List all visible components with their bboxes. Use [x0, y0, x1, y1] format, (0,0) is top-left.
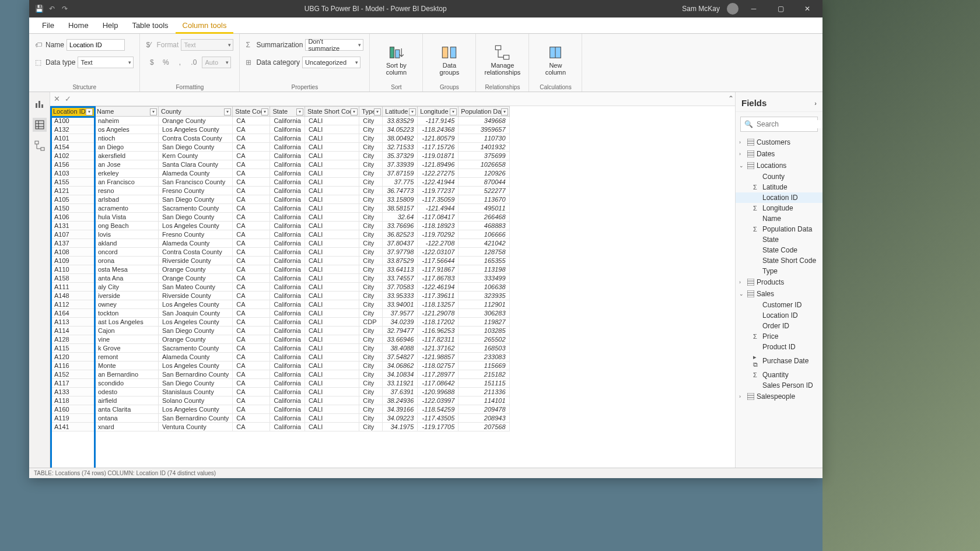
commit-formula-icon[interactable]: ✓: [65, 94, 71, 103]
table-cell[interactable]: 38.58157: [383, 204, 418, 213]
model-view-icon[interactable]: [33, 139, 47, 153]
table-row[interactable]: A158anta AnaOrange CountyCACaliforniaCAL…: [51, 274, 510, 283]
table-cell[interactable]: CALI: [304, 195, 359, 204]
table-cell[interactable]: San Diego County: [159, 327, 233, 335]
table-cell[interactable]: 3959657: [459, 125, 509, 134]
table-cell[interactable]: CALI: [304, 370, 359, 379]
column-header[interactable]: County▾: [159, 107, 233, 117]
table-cell[interactable]: 265502: [459, 335, 509, 344]
table-cell[interactable]: -117.08642: [418, 379, 459, 388]
table-cell[interactable]: Alameda County: [159, 353, 233, 362]
table-cell[interactable]: Sacramento County: [159, 344, 233, 353]
table-cell[interactable]: -118.13257: [418, 300, 459, 309]
table-cell[interactable]: 233083: [459, 353, 509, 362]
table-cell[interactable]: 106638: [459, 283, 509, 292]
table-cell[interactable]: Monte: [94, 362, 159, 370]
table-cell[interactable]: 103285: [459, 327, 509, 335]
table-cell[interactable]: California: [270, 160, 304, 169]
table-cell[interactable]: anta Ana: [94, 274, 159, 283]
table-cell[interactable]: 33.94001: [383, 300, 418, 309]
table-cell[interactable]: CA: [233, 274, 270, 283]
table-cell[interactable]: City: [359, 414, 383, 423]
table-cell[interactable]: City: [359, 283, 383, 292]
table-cell[interactable]: 495011: [459, 204, 509, 213]
table-cell[interactable]: -121.98857: [418, 353, 459, 362]
table-cell[interactable]: Contra Costa County: [159, 248, 233, 257]
table-cell[interactable]: 128758: [459, 248, 509, 257]
table-cell[interactable]: akland: [94, 239, 159, 248]
table-cell[interactable]: CA: [233, 414, 270, 423]
table-cell[interactable]: A148: [51, 292, 94, 300]
table-cell[interactable]: -118.24368: [418, 125, 459, 134]
table-cell[interactable]: 110730: [459, 134, 509, 143]
column-header[interactable]: Name▾: [94, 107, 159, 117]
table-cell[interactable]: CA: [233, 405, 270, 414]
column-header[interactable]: Longitude▾: [418, 107, 459, 117]
table-cell[interactable]: CA: [233, 143, 270, 152]
table-cell[interactable]: -122.03107: [418, 248, 459, 257]
fields-field[interactable]: Order ID: [736, 321, 822, 331]
table-cell[interactable]: CALI: [304, 257, 359, 265]
table-row[interactable]: A118airfieldSolano CountyCACaliforniaCAL…: [51, 396, 510, 405]
table-cell[interactable]: A114: [51, 327, 94, 335]
table-cell[interactable]: San Diego County: [159, 379, 233, 388]
table-cell[interactable]: A108: [51, 248, 94, 257]
table-cell[interactable]: CA: [233, 335, 270, 344]
fields-search-input[interactable]: [757, 120, 822, 128]
fields-table[interactable]: ›Products: [736, 276, 822, 288]
user-avatar-icon[interactable]: [727, 3, 738, 15]
table-cell[interactable]: California: [270, 143, 304, 152]
table-cell[interactable]: CALI: [304, 152, 359, 160]
table-cell[interactable]: CA: [233, 379, 270, 388]
table-cell[interactable]: -119.70292: [418, 230, 459, 239]
table-cell[interactable]: 870044: [459, 178, 509, 187]
table-cell[interactable]: 37.70583: [383, 283, 418, 292]
table-cell[interactable]: CA: [233, 265, 270, 274]
summarization-select[interactable]: Don't summarize: [305, 39, 363, 51]
table-cell[interactable]: City: [359, 248, 383, 257]
table-cell[interactable]: CA: [233, 344, 270, 353]
fields-table[interactable]: ⌄Locations: [736, 160, 822, 171]
table-cell[interactable]: A100: [51, 117, 94, 125]
table-cell[interactable]: 38.4088: [383, 344, 418, 353]
table-row[interactable]: A111aly CitySan Mateo CountyCACalifornia…: [51, 283, 510, 292]
table-cell[interactable]: CALI: [304, 187, 359, 195]
fields-field[interactable]: ΣQuantity: [736, 370, 822, 380]
table-cell[interactable]: A132: [51, 125, 94, 134]
table-cell[interactable]: 468883: [459, 222, 509, 230]
table-row[interactable]: A137aklandAlameda CountyCACaliforniaCALI…: [51, 239, 510, 248]
table-cell[interactable]: 115669: [459, 362, 509, 370]
table-cell[interactable]: -119.01871: [418, 152, 459, 160]
table-cell[interactable]: 323935: [459, 292, 509, 300]
table-cell[interactable]: 32.64: [383, 213, 418, 222]
table-cell[interactable]: CALI: [304, 414, 359, 423]
table-cell[interactable]: A131: [51, 222, 94, 230]
table-cell[interactable]: -117.15726: [418, 143, 459, 152]
table-cell[interactable]: 1026658: [459, 160, 509, 169]
table-cell[interactable]: Los Angeles County: [159, 405, 233, 414]
table-row[interactable]: A110osta MesaOrange CountyCACaliforniaCA…: [51, 265, 510, 274]
table-cell[interactable]: ntioch: [94, 134, 159, 143]
table-cell[interactable]: 215182: [459, 370, 509, 379]
table-cell[interactable]: 33.64113: [383, 265, 418, 274]
table-cell[interactable]: 306283: [459, 309, 509, 318]
table-cell[interactable]: 32.71533: [383, 143, 418, 152]
table-cell[interactable]: A152: [51, 370, 94, 379]
table-cell[interactable]: California: [270, 248, 304, 257]
table-cell[interactable]: acramento: [94, 204, 159, 213]
table-cell[interactable]: City: [359, 195, 383, 204]
table-cell[interactable]: an Francisco: [94, 178, 159, 187]
name-input[interactable]: [66, 39, 125, 51]
table-cell[interactable]: odesto: [94, 388, 159, 396]
filter-dropdown-icon[interactable]: ▾: [86, 108, 93, 115]
table-row[interactable]: A100naheimOrange CountyCACaliforniaCALIC…: [51, 117, 510, 125]
table-cell[interactable]: 38.00492: [383, 134, 418, 143]
table-cell[interactable]: -118.02757: [418, 362, 459, 370]
table-cell[interactable]: City: [359, 265, 383, 274]
table-cell[interactable]: A158: [51, 274, 94, 283]
table-cell[interactable]: Los Angeles County: [159, 300, 233, 309]
table-cell[interactable]: CALI: [304, 265, 359, 274]
table-row[interactable]: A160anta ClaritaLos Angeles CountyCACali…: [51, 405, 510, 414]
table-cell[interactable]: CA: [233, 292, 270, 300]
fields-field[interactable]: ΣPrice: [736, 331, 822, 342]
